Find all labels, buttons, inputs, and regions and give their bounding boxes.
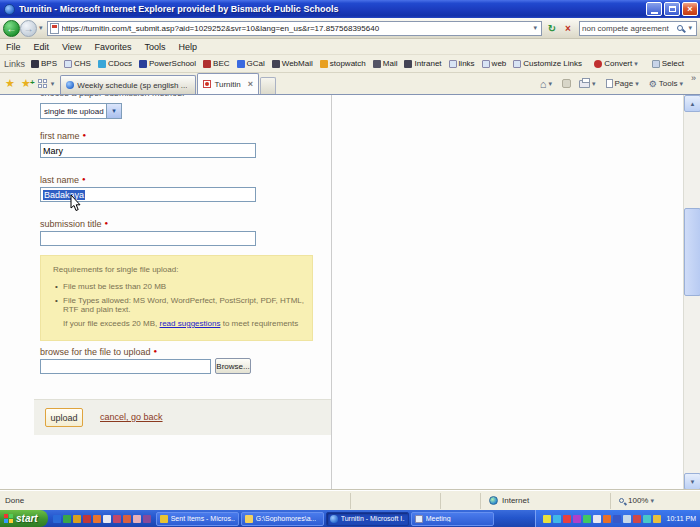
- outlook-icon: [160, 515, 168, 523]
- minimize-icon: [651, 12, 658, 14]
- tab-close-icon[interactable]: ×: [244, 79, 253, 89]
- upload-button[interactable]: upload: [45, 408, 83, 427]
- url-text[interactable]: https://turnitin.com/t_submit.asp?aid=10…: [62, 24, 532, 33]
- new-tab-button[interactable]: [260, 77, 276, 94]
- quick-launch-icon[interactable]: [83, 515, 91, 523]
- quick-launch-icon[interactable]: [63, 515, 71, 523]
- favorites-center-icon[interactable]: ★: [2, 77, 18, 90]
- stop-button[interactable]: ×: [560, 20, 576, 37]
- home-button[interactable]: ⌂▾: [536, 78, 558, 90]
- search-dropdown-icon[interactable]: ▾: [686, 24, 694, 32]
- convert-icon: [594, 60, 602, 68]
- menu-favorites[interactable]: Favorites: [94, 42, 131, 52]
- tray-icon[interactable]: [613, 515, 621, 523]
- address-dropdown-icon[interactable]: ▾: [531, 24, 539, 32]
- quick-launch-icon[interactable]: [113, 515, 121, 523]
- link-chs[interactable]: CHS: [64, 59, 91, 68]
- read-suggestions-link[interactable]: read suggestions: [160, 319, 221, 328]
- menu-tools[interactable]: Tools: [144, 42, 165, 52]
- tray-icon[interactable]: [543, 515, 551, 523]
- quick-launch-icon[interactable]: [93, 515, 101, 523]
- web-icon: [482, 60, 490, 68]
- tray-icon[interactable]: [573, 515, 581, 523]
- link-powerschool[interactable]: PowerSchool: [139, 59, 196, 68]
- back-button[interactable]: ←: [3, 20, 20, 37]
- submission-title-input[interactable]: [40, 231, 256, 246]
- tray-icon[interactable]: [603, 515, 611, 523]
- address-field[interactable]: https://turnitin.com/t_submit.asp?aid=10…: [47, 21, 542, 36]
- link-gcal[interactable]: GCal: [237, 59, 265, 68]
- page-button[interactable]: Page▾: [602, 79, 645, 88]
- quick-tabs-icon: [38, 79, 47, 88]
- menu-file[interactable]: File: [6, 42, 21, 52]
- status-text: Done: [0, 496, 350, 505]
- tools-button[interactable]: ⚙Tools▾: [645, 79, 689, 89]
- zoom-dropdown-icon[interactable]: ▾: [648, 497, 656, 505]
- link-customize-links[interactable]: Customize Links: [513, 59, 582, 68]
- tray-icon[interactable]: [553, 515, 561, 523]
- scroll-down-icon[interactable]: ▼: [684, 473, 700, 490]
- tray-icon[interactable]: [633, 515, 641, 523]
- quick-launch-icon[interactable]: [53, 515, 61, 523]
- quick-launch-icon[interactable]: [133, 515, 141, 523]
- search-input[interactable]: [582, 24, 677, 33]
- menu-view[interactable]: View: [62, 42, 81, 52]
- link-bps[interactable]: BPS: [31, 59, 57, 68]
- tray-icon[interactable]: [653, 515, 661, 523]
- quick-launch-icon[interactable]: [73, 515, 81, 523]
- tray-icon[interactable]: [593, 515, 601, 523]
- feeds-icon: [562, 79, 571, 88]
- toolbar-overflow-icon[interactable]: »: [689, 73, 698, 83]
- menu-help[interactable]: Help: [178, 42, 197, 52]
- close-button[interactable]: ×: [682, 2, 698, 16]
- refresh-button[interactable]: ↻: [544, 20, 560, 37]
- history-dropdown-icon[interactable]: ▾: [37, 24, 45, 32]
- link-mail[interactable]: Mail: [373, 59, 398, 68]
- menu-edit[interactable]: Edit: [34, 42, 50, 52]
- file-path-input[interactable]: [40, 359, 211, 374]
- submit-form: choose a paper submission method: single…: [34, 95, 332, 490]
- search-icon[interactable]: [677, 25, 683, 31]
- link-webmail[interactable]: WebMail: [272, 59, 313, 68]
- tab-weekly-schedule[interactable]: Weekly schedule (sp english ...: [60, 75, 196, 94]
- browse-button[interactable]: Browse...: [215, 358, 251, 374]
- taskbar-button-meeting[interactable]: Meeting: [411, 512, 494, 526]
- cancel-go-back-link[interactable]: cancel, go back: [100, 412, 163, 422]
- feeds-button[interactable]: [558, 79, 575, 88]
- start-button[interactable]: start: [0, 510, 48, 527]
- add-favorite-icon[interactable]: ★+: [18, 77, 34, 90]
- link-intranet[interactable]: Intranet: [404, 59, 441, 68]
- taskbar-button-turnitin[interactable]: Turnitin - Microsoft I...: [326, 512, 409, 526]
- scrollbar-thumb[interactable]: [684, 208, 700, 296]
- minimize-button[interactable]: [646, 2, 662, 16]
- link-stopwatch[interactable]: stopwatch: [320, 59, 366, 68]
- zoom-panel[interactable]: 100% ▾: [610, 493, 700, 509]
- submission-method-select[interactable]: single file upload ▾: [40, 103, 122, 119]
- quick-launch-icon[interactable]: [123, 515, 131, 523]
- vertical-scrollbar[interactable]: ▲ ▼: [683, 95, 700, 490]
- taskbar-button-sent-items[interactable]: Sent Items - Micros...: [156, 512, 239, 526]
- forward-button[interactable]: →: [20, 20, 37, 37]
- select-button[interactable]: Select: [652, 59, 684, 68]
- tray-icon[interactable]: [563, 515, 571, 523]
- quick-launch-icon[interactable]: [103, 515, 111, 523]
- scroll-up-icon[interactable]: ▲: [684, 95, 700, 112]
- maximize-button[interactable]: [664, 2, 680, 16]
- tab-turnitin[interactable]: Turnitin ×: [197, 73, 259, 94]
- turnitin-favicon: [203, 80, 211, 88]
- tray-icon[interactable]: [643, 515, 651, 523]
- convert-button[interactable]: Convert▾: [594, 59, 640, 68]
- link-bec[interactable]: BEC: [203, 59, 229, 68]
- link-cdocs[interactable]: CDocs: [98, 59, 132, 68]
- quick-tabs-button[interactable]: ▾: [34, 79, 61, 88]
- first-name-input[interactable]: [40, 143, 256, 158]
- webmail-icon: [272, 60, 280, 68]
- taskbar-button-folder[interactable]: G:\Sophomores\a...: [241, 512, 324, 526]
- tray-icon[interactable]: [583, 515, 591, 523]
- tray-icon[interactable]: [623, 515, 631, 523]
- link-web[interactable]: web: [482, 59, 507, 68]
- print-button[interactable]: ▾: [575, 80, 602, 88]
- link-links[interactable]: links: [449, 59, 475, 68]
- search-box[interactable]: ▾: [579, 21, 697, 36]
- quick-launch-icon[interactable]: [143, 515, 151, 523]
